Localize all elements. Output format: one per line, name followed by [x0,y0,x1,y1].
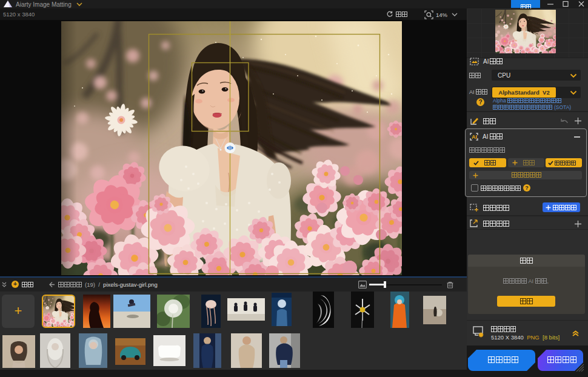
svg-text:AI: AI [472,134,477,140]
